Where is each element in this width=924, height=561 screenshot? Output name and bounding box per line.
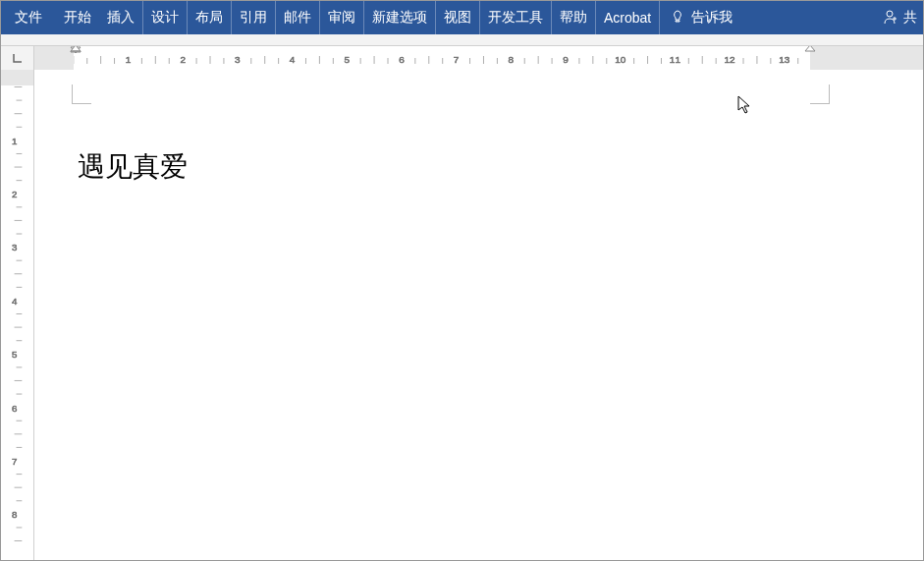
ruler-area: 1 2 3 4 5 6 7 8 9 10 11	[1, 46, 923, 70]
tell-me[interactable]: 告诉我	[660, 9, 742, 28]
v-ruler-top-margin	[1, 70, 33, 85]
svg-text:6: 6	[12, 403, 17, 414]
tab-design[interactable]: 设计	[143, 1, 188, 34]
tab-references[interactable]: 引用	[232, 1, 276, 34]
hanging-indent-marker[interactable]	[70, 46, 98, 70]
svg-text:10: 10	[615, 54, 626, 65]
svg-text:7: 7	[454, 54, 460, 65]
toolbar-strip	[1, 34, 923, 46]
tab-file[interactable]: 文件	[1, 1, 56, 34]
svg-text:4: 4	[12, 296, 18, 307]
svg-text:8: 8	[12, 509, 17, 520]
svg-text:3: 3	[235, 54, 241, 65]
ruler-corner[interactable]	[1, 46, 34, 70]
tab-layout[interactable]: 布局	[188, 1, 232, 34]
share[interactable]: 共	[882, 8, 923, 28]
svg-text:2: 2	[12, 189, 17, 199]
svg-text:1: 1	[126, 54, 132, 65]
h-ruler-left-margin	[34, 46, 74, 70]
svg-text:5: 5	[344, 54, 350, 65]
svg-text:2: 2	[180, 54, 186, 65]
tab-acrobat[interactable]: Acrobat	[596, 1, 660, 34]
document-text[interactable]: 遇见真爱	[78, 148, 188, 186]
tell-me-label: 告诉我	[691, 9, 733, 27]
tab-insert[interactable]: 插入	[99, 1, 143, 34]
tab-view[interactable]: 视图	[436, 1, 480, 34]
svg-text:3: 3	[12, 242, 17, 252]
svg-text:8: 8	[509, 54, 515, 65]
svg-text:12: 12	[725, 54, 736, 65]
page-margin-corner-tl	[72, 84, 91, 104]
right-indent-marker[interactable]	[804, 46, 833, 70]
tab-developer[interactable]: 开发工具	[480, 1, 552, 34]
tab-help[interactable]: 帮助	[552, 1, 596, 34]
tab-home[interactable]: 开始	[56, 1, 99, 34]
tab-new-options[interactable]: 新建选项	[364, 1, 436, 34]
tab-review[interactable]: 审阅	[320, 1, 364, 34]
document-page[interactable]: 遇见真爱	[34, 70, 923, 560]
svg-point-0	[887, 11, 893, 17]
svg-text:1: 1	[12, 136, 17, 146]
svg-text:4: 4	[290, 54, 296, 65]
svg-text:7: 7	[12, 456, 17, 467]
svg-text:9: 9	[563, 54, 569, 65]
cursor-icon	[736, 94, 754, 120]
person-icon	[882, 8, 899, 28]
tab-mailings[interactable]: 邮件	[276, 1, 320, 34]
vertical-ruler[interactable]: 1 2 3 4 5 6 7 8	[1, 70, 34, 560]
bulb-icon	[670, 9, 685, 28]
svg-text:6: 6	[399, 54, 405, 65]
svg-text:11: 11	[670, 54, 681, 65]
svg-text:13: 13	[779, 54, 790, 65]
content-area: 1 2 3 4 5 6 7 8 遇见真爱	[1, 70, 923, 560]
horizontal-ruler[interactable]: 1 2 3 4 5 6 7 8 9 10 11	[34, 46, 923, 70]
page-margin-corner-tr	[810, 84, 830, 104]
svg-text:5: 5	[12, 349, 17, 360]
share-label: 共	[903, 9, 917, 27]
ribbon: 文件 开始 插入 设计 布局 引用 邮件 审阅 新建选项 视图 开发工具 帮助 …	[1, 1, 923, 34]
